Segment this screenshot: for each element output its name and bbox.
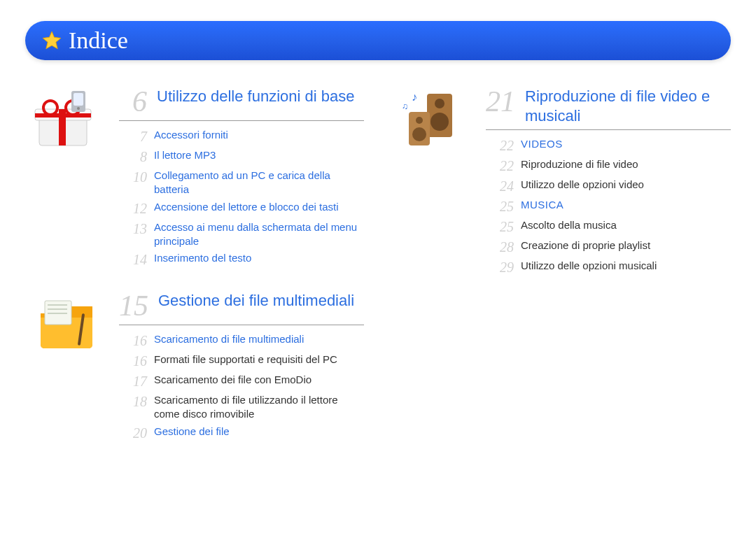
toc-item[interactable]: 28Creazione di proprie playlist: [486, 239, 731, 256]
item-label: Accessori forniti: [154, 128, 364, 142]
item-page: 29: [486, 259, 514, 276]
item-label: Ascolto della musica: [521, 218, 731, 232]
toc-item[interactable]: 29Utilizzo delle opzioni musicali: [486, 259, 731, 276]
item-page: 18: [119, 393, 147, 411]
toc-item[interactable]: 13Accesso ai menu dalla schermata del me…: [119, 220, 364, 249]
toc-item[interactable]: 16Formati file supportati e requisiti de…: [119, 353, 364, 370]
column-left: 6 Utilizzo delle funzioni di base 7Acces…: [25, 83, 364, 460]
toc-item[interactable]: 22Riproduzione di file video: [486, 157, 731, 175]
toc-item[interactable]: 18Scaricamento di file utilizzando il le…: [119, 393, 364, 422]
section-title: Riproduzione di file video e musicali: [525, 87, 731, 125]
item-list: 22VIDEOS 22Riproduzione di file video 24…: [486, 137, 731, 276]
svg-point-9: [77, 107, 80, 110]
item-label: Inserimento del testo: [154, 251, 364, 265]
svg-point-16: [430, 113, 449, 131]
item-page: 10: [119, 169, 147, 186]
item-page: 13: [119, 220, 147, 238]
item-page: 17: [119, 373, 147, 390]
item-label: MUSICA: [521, 198, 731, 212]
section-number: 6: [119, 87, 147, 116]
svg-rect-8: [74, 93, 83, 106]
section-title: Gestione dei file multimediali: [158, 291, 364, 311]
toc-block: 6 Utilizzo delle funzioni di base 7Acces…: [25, 83, 364, 269]
toc-item[interactable]: 8Il lettore MP3: [119, 148, 364, 166]
section-title: Utilizzo delle funzioni di base: [157, 87, 364, 106]
folder-icon: [32, 292, 102, 355]
item-label: Utilizzo delle opzioni video: [521, 178, 731, 192]
item-label: Accensione del lettore e blocco dei tast…: [154, 200, 364, 214]
item-page: 25: [486, 198, 514, 215]
speakers-icon: ♪ ♫: [399, 88, 469, 151]
item-page: 22: [486, 157, 514, 175]
svg-point-15: [435, 99, 444, 108]
toc-item[interactable]: 20Gestione dei file: [119, 425, 364, 442]
block-icon-wrap: ♪ ♫: [392, 83, 476, 151]
section-header[interactable]: 21 Riproduzione di file video e musicali: [486, 87, 731, 130]
page: Indice: [0, 0, 756, 533]
toc-item[interactable]: 16Scaricamento di file multimediali: [119, 332, 364, 350]
svg-point-19: [412, 127, 426, 141]
svg-text:♫: ♫: [402, 101, 408, 111]
item-label: Riproduzione di file video: [521, 157, 731, 171]
toc-block: 15 Gestione dei file multimediali 16Scar…: [25, 287, 364, 442]
item-page: 16: [119, 353, 147, 370]
item-page: 14: [119, 251, 147, 269]
item-page: 7: [119, 128, 147, 145]
item-label: Scaricamento di file utilizzando il lett…: [154, 393, 364, 422]
toc-item[interactable]: 22VIDEOS: [486, 137, 731, 155]
item-label: Scaricamento dei file con EmoDio: [154, 373, 364, 387]
section-header[interactable]: 15 Gestione dei file multimediali: [119, 291, 364, 325]
toc-block: ♪ ♫ 21 Riproduzione di file video e musi…: [392, 83, 731, 276]
item-label: Gestione dei file: [154, 425, 364, 439]
star-icon: [42, 31, 62, 50]
toc-item[interactable]: 25Ascolto della musica: [486, 218, 731, 236]
header-bar: Indice: [25, 21, 731, 60]
item-label: VIDEOS: [521, 137, 731, 151]
item-list: 16Scaricamento di file multimediali 16Fo…: [119, 332, 364, 442]
block-content: 6 Utilizzo delle funzioni di base 7Acces…: [119, 83, 364, 269]
item-page: 20: [119, 425, 147, 442]
block-content: 21 Riproduzione di file video e musicali…: [486, 83, 731, 276]
page-title: Indice: [69, 27, 128, 54]
item-page: 8: [119, 148, 147, 166]
section-header[interactable]: 6 Utilizzo delle funzioni di base: [119, 87, 364, 121]
item-page: 24: [486, 178, 514, 195]
item-page: 25: [486, 218, 514, 236]
toc-item[interactable]: 7Accessori forniti: [119, 128, 364, 145]
svg-text:♪: ♪: [412, 91, 417, 103]
item-label: Accesso ai menu dalla schermata del menu…: [154, 220, 364, 249]
svg-point-18: [416, 117, 423, 124]
block-content: 15 Gestione dei file multimediali 16Scar…: [119, 287, 364, 442]
item-page: 28: [486, 239, 514, 256]
section-number: 21: [486, 87, 515, 116]
column-right: ♪ ♫ 21 Riproduzione di file video e musi…: [392, 83, 731, 460]
toc-item[interactable]: 25MUSICA: [486, 198, 731, 215]
item-label: Formati file supportati e requisiti del …: [154, 353, 364, 367]
svg-rect-4: [35, 113, 91, 118]
toc-item[interactable]: 17Scaricamento dei file con EmoDio: [119, 373, 364, 390]
item-page: 22: [486, 137, 514, 155]
toc-item[interactable]: 12Accensione del lettore e blocco dei ta…: [119, 200, 364, 218]
item-label: Il lettore MP3: [154, 148, 364, 162]
item-label: Utilizzo delle opzioni musicali: [521, 259, 731, 273]
gift-icon: [32, 88, 102, 151]
block-icon-wrap: [25, 83, 109, 151]
toc-item[interactable]: 10Collegamento ad un PC e carica della b…: [119, 169, 364, 197]
item-page: 16: [119, 332, 147, 350]
item-page: 12: [119, 200, 147, 218]
item-label: Collegamento ad un PC e carica della bat…: [154, 169, 364, 197]
toc-item[interactable]: 24Utilizzo delle opzioni video: [486, 178, 731, 195]
item-label: Scaricamento di file multimediali: [154, 332, 364, 346]
item-label: Creazione di proprie playlist: [521, 239, 731, 253]
svg-marker-0: [43, 31, 61, 48]
toc-item[interactable]: 14Inserimento del testo: [119, 251, 364, 269]
item-list: 7Accessori forniti 8Il lettore MP3 10Col…: [119, 128, 364, 269]
block-icon-wrap: [25, 287, 109, 355]
columns: 6 Utilizzo delle funzioni di base 7Acces…: [25, 83, 731, 460]
section-number: 15: [119, 291, 148, 320]
